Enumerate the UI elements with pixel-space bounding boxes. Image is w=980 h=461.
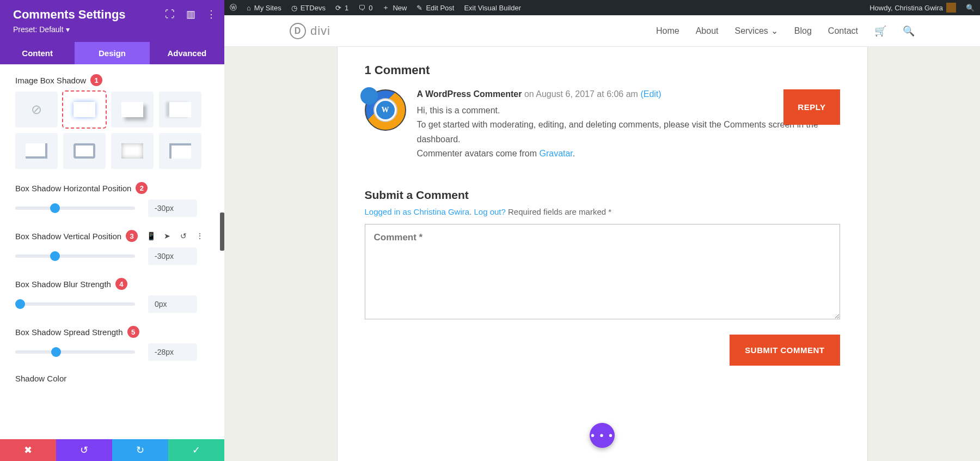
label-text: Box Shadow Vertical Position: [15, 232, 121, 241]
nav-services[interactable]: Services⌄: [734, 26, 777, 36]
label: New: [393, 4, 407, 12]
shadow-preset-7[interactable]: [159, 133, 201, 169]
logged-in-link[interactable]: Logged in as Christina Gwira: [365, 207, 470, 216]
submit-comment-button[interactable]: SUBMIT COMMENT: [730, 335, 840, 366]
h-position-value[interactable]: -30px: [148, 199, 197, 217]
pencil-icon: ✎: [416, 4, 422, 12]
count: 0: [369, 4, 372, 12]
shadow-preset-grid: ⊘: [15, 92, 209, 169]
content-area: 1 Comment W A WordPress Commenter on Aug…: [224, 47, 980, 461]
new-link[interactable]: ＋New: [382, 3, 407, 13]
sidebar-tabs: Content Design Advanced: [0, 42, 224, 64]
count: 1: [345, 4, 348, 12]
preset-label: Preset: Default: [13, 25, 64, 34]
site-header: D divi Home About Services⌄ Blog Contact…: [224, 15, 980, 47]
comment-meta: A WordPress Commenter on August 6, 2017 …: [417, 89, 840, 99]
logout-link[interactable]: Log out?: [474, 207, 505, 216]
tab-advanced[interactable]: Advanced: [150, 42, 224, 64]
label: My Sites: [254, 4, 281, 12]
avatar-image: W: [365, 89, 406, 131]
comment-text: Hi, this is a comment. To get started wi…: [417, 104, 840, 161]
comments-heading: 1 Comment: [365, 63, 840, 77]
edit-post-link[interactable]: ✎Edit Post: [416, 4, 454, 12]
comment-line-2: To get started with moderating, editing,…: [417, 118, 840, 147]
plus-icon: ＋: [382, 3, 389, 13]
howdy-user[interactable]: Howdy, Christina Gwira: [869, 3, 956, 13]
spread-slider[interactable]: [15, 350, 135, 354]
logo-text: divi: [310, 24, 330, 38]
etdevs-link[interactable]: ◷ETDevs: [291, 4, 326, 12]
spread-label: Box Shadow Spread Strength 5: [15, 326, 209, 338]
step-badge-3: 3: [126, 230, 138, 242]
step-badge-1: 1: [90, 74, 102, 86]
comment-icon: 🗨: [358, 4, 365, 12]
shadow-preset-6[interactable]: [111, 133, 154, 169]
layout-icon[interactable]: ▥: [184, 8, 197, 21]
gauge-icon: ◷: [291, 4, 297, 12]
preview-pane: ⓦ ⌂My Sites ◷ETDevs ⟳1 🗨0 ＋New ✎Edit Pos…: [224, 0, 980, 461]
shadow-preset-3[interactable]: [159, 92, 201, 128]
h-position-label: Box Shadow Horizontal Position 2: [15, 182, 209, 194]
v-position-slider[interactable]: [15, 254, 135, 258]
shadow-preset-none[interactable]: ⊘: [15, 92, 58, 128]
wp-admin-bar: ⓦ ⌂My Sites ◷ETDevs ⟳1 🗨0 ＋New ✎Edit Pos…: [224, 0, 980, 15]
blur-value[interactable]: 0px: [148, 295, 197, 313]
undo-button[interactable]: ↺: [56, 439, 112, 461]
shadow-preset-5[interactable]: [63, 133, 106, 169]
label-text: Box Shadow Spread Strength: [15, 327, 123, 337]
tab-design[interactable]: Design: [75, 42, 149, 64]
h-position-slider[interactable]: [15, 207, 135, 210]
save-button[interactable]: ✓: [168, 439, 224, 461]
reply-button[interactable]: REPLY: [783, 89, 840, 125]
blur-label: Box Shadow Blur Strength 4: [15, 278, 209, 290]
builder-fab[interactable]: • • •: [590, 423, 615, 448]
nav-contact[interactable]: Contact: [828, 26, 858, 36]
spread-value[interactable]: -28px: [148, 343, 197, 361]
wordpress-icon: ⓦ: [230, 3, 237, 13]
shadow-preset-4[interactable]: [15, 133, 58, 169]
sidebar-footer: ✖ ↺ ↻ ✓: [0, 439, 224, 461]
label-text: Box Shadow Blur Strength: [15, 280, 111, 289]
comments-link[interactable]: 🗨0: [358, 4, 372, 12]
comment-body: A WordPress Commenter on August 6, 2017 …: [417, 89, 840, 161]
text: .: [573, 149, 575, 158]
search-admin-icon[interactable]: 🔍: [966, 4, 975, 12]
updates-link[interactable]: ⟳1: [335, 4, 348, 12]
v-position-value[interactable]: -30px: [148, 247, 197, 265]
responsive-icon[interactable]: 📱: [145, 230, 156, 241]
my-sites-link[interactable]: ⌂My Sites: [247, 4, 281, 12]
label-text: Image Box Shadow: [15, 76, 86, 85]
wp-logo[interactable]: ⓦ: [230, 3, 237, 13]
label: Edit Post: [426, 4, 454, 12]
comment-line-1: Hi, this is a comment.: [417, 104, 840, 118]
nav-home[interactable]: Home: [656, 26, 679, 36]
expand-icon[interactable]: ⛶: [163, 8, 176, 21]
shadow-color-label: Shadow Color: [15, 374, 209, 383]
refresh-icon: ⟳: [335, 4, 341, 12]
cart-icon[interactable]: 🛒: [874, 25, 886, 37]
more-icon[interactable]: ⋮: [205, 8, 218, 21]
cancel-button[interactable]: ✖: [0, 439, 56, 461]
label: Services: [734, 26, 768, 36]
hover-icon[interactable]: ➤: [162, 230, 173, 241]
preset-selector[interactable]: Preset: Default ▾: [13, 25, 70, 34]
shadow-preset-2[interactable]: [111, 92, 154, 128]
redo-button[interactable]: ↻: [112, 439, 168, 461]
comment-edit-link[interactable]: (Edit): [640, 89, 661, 99]
tab-content[interactable]: Content: [0, 42, 75, 64]
more-options-icon[interactable]: ⋮: [194, 230, 205, 241]
submit-meta: Logged in as Christina Gwira. Log out? R…: [365, 207, 840, 216]
shadow-preset-1[interactable]: [63, 92, 106, 128]
search-icon[interactable]: 🔍: [903, 25, 915, 37]
comment-field[interactable]: [365, 224, 840, 319]
gravatar-link[interactable]: Gravatar: [539, 149, 572, 158]
scrollbar-thumb[interactable]: [220, 213, 224, 251]
reset-icon[interactable]: ↺: [178, 230, 189, 241]
nav-blog[interactable]: Blog: [794, 26, 812, 36]
site-logo[interactable]: D divi: [290, 23, 330, 39]
nav-about[interactable]: About: [696, 26, 719, 36]
label: ETDevs: [301, 4, 326, 12]
exit-builder-link[interactable]: Exit Visual Builder: [464, 4, 521, 12]
blur-slider[interactable]: [15, 302, 135, 306]
required-note: Required fields are marked *: [506, 207, 611, 216]
